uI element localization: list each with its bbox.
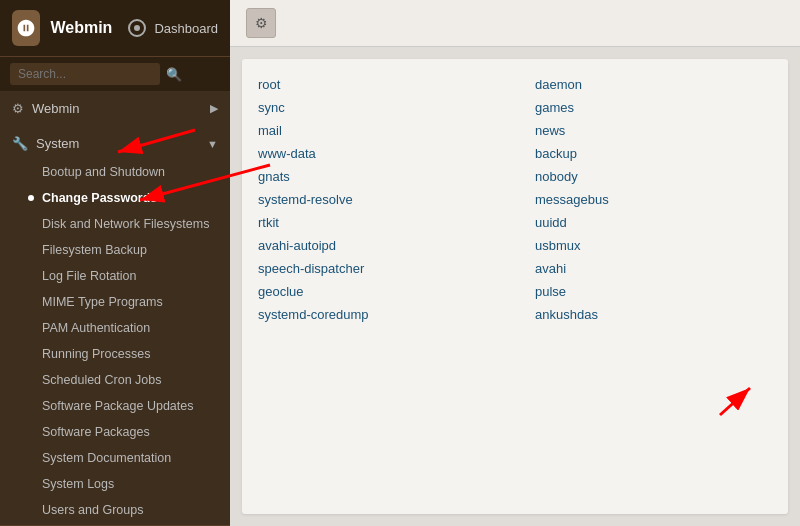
users-grid: rootdaemonsyncgamesmailnewswww-databacku…	[258, 75, 772, 324]
dot-empty	[28, 169, 34, 175]
main-content: ⚙ rootdaemonsyncgamesmailnewswww-databac…	[230, 0, 800, 526]
search-bar: 🔍	[0, 57, 230, 91]
system-section: 🔧 System ▼ Bootup and Shutdown Change Pa…	[0, 126, 230, 525]
sidebar-item-filesystem-label: Filesystem Backup	[42, 243, 147, 257]
dot-empty-13	[28, 507, 34, 513]
sidebar-item-log-label: Log File Rotation	[42, 269, 137, 283]
sidebar-item-running-label: Running Processes	[42, 347, 150, 361]
webmin-group-header[interactable]: ⚙ Webmin ▶	[0, 93, 230, 124]
user-link-col2[interactable]: news	[535, 121, 772, 140]
user-link-col1[interactable]: gnats	[258, 167, 495, 186]
sidebar-item-change-passwords[interactable]: Change Passwords	[0, 185, 230, 211]
sidebar-item-cron-label: Scheduled Cron Jobs	[42, 373, 162, 387]
user-link-col1[interactable]: rtkit	[258, 213, 495, 232]
sidebar-item-running-processes[interactable]: Running Processes	[0, 341, 230, 367]
user-link-col1[interactable]: sync	[258, 98, 495, 117]
main-toolbar: ⚙	[230, 0, 800, 47]
user-link-col2[interactable]: games	[535, 98, 772, 117]
user-link-col2[interactable]: messagebus	[535, 190, 772, 209]
user-link-col2[interactable]: backup	[535, 144, 772, 163]
system-group-label: System	[36, 136, 79, 151]
user-link-col1[interactable]: speech-dispatcher	[258, 259, 495, 278]
dot-empty-4	[28, 273, 34, 279]
sidebar-item-bootup-label: Bootup and Shutdown	[42, 165, 165, 179]
dot-empty-9	[28, 403, 34, 409]
sidebar-item-disk-label: Disk and Network Filesystems	[42, 217, 209, 231]
sidebar-item-system-docs-label: System Documentation	[42, 451, 171, 465]
sidebar-item-mime-label: MIME Type Programs	[42, 295, 163, 309]
dot-empty-2	[28, 221, 34, 227]
dot-empty-6	[28, 325, 34, 331]
sidebar-item-mime-type[interactable]: MIME Type Programs	[0, 289, 230, 315]
sidebar-item-software-updates-label: Software Package Updates	[42, 399, 193, 413]
user-link-col1[interactable]: root	[258, 75, 495, 94]
user-link-col1[interactable]: systemd-resolve	[258, 190, 495, 209]
system-group-icon: 🔧	[12, 136, 28, 151]
webmin-group-label: Webmin	[32, 101, 79, 116]
dashboard-tab[interactable]: Dashboard	[128, 19, 218, 37]
user-link-col1[interactable]: mail	[258, 121, 495, 140]
user-link-col2[interactable]: pulse	[535, 282, 772, 301]
dot-empty-5	[28, 299, 34, 305]
gear-icon: ⚙	[255, 15, 268, 31]
active-dot	[28, 195, 34, 201]
user-link-col2[interactable]: usbmux	[535, 236, 772, 255]
sidebar: Webmin Dashboard 🔍 ⚙ Webmin ▶ 🔧	[0, 0, 230, 526]
webmin-section: ⚙ Webmin ▶	[0, 91, 230, 126]
sidebar-item-software-updates[interactable]: Software Package Updates	[0, 393, 230, 419]
sidebar-item-pam-auth[interactable]: PAM Authentication	[0, 315, 230, 341]
search-icon: 🔍	[166, 67, 182, 82]
dot-empty-3	[28, 247, 34, 253]
sidebar-item-system-docs[interactable]: System Documentation	[0, 445, 230, 471]
sidebar-item-system-logs-label: System Logs	[42, 477, 114, 491]
user-link-col1[interactable]: systemd-coredump	[258, 305, 495, 324]
dashboard-icon	[128, 19, 146, 37]
sidebar-header: Webmin Dashboard	[0, 0, 230, 57]
user-link-col1[interactable]: www-data	[258, 144, 495, 163]
dot-empty-7	[28, 351, 34, 357]
sidebar-item-disk-filesystems[interactable]: Disk and Network Filesystems	[0, 211, 230, 237]
user-link-col2[interactable]: ankushdas	[535, 305, 772, 324]
user-link-col2[interactable]: uuidd	[535, 213, 772, 232]
user-link-col2[interactable]: avahi	[535, 259, 772, 278]
user-link-col2[interactable]: daemon	[535, 75, 772, 94]
user-link-col1[interactable]: avahi-autoipd	[258, 236, 495, 255]
sidebar-item-change-passwords-label: Change Passwords	[42, 191, 157, 205]
dot-empty-8	[28, 377, 34, 383]
gear-button[interactable]: ⚙	[246, 8, 276, 38]
webmin-arrow-icon: ▶	[210, 102, 218, 115]
system-group-header[interactable]: 🔧 System ▼	[0, 128, 230, 159]
sidebar-item-software-packages[interactable]: Software Packages	[0, 419, 230, 445]
content-area: rootdaemonsyncgamesmailnewswww-databacku…	[242, 59, 788, 514]
dot-empty-10	[28, 429, 34, 435]
sidebar-title: Webmin	[50, 19, 112, 37]
sidebar-item-users-groups[interactable]: Users and Groups	[0, 497, 230, 523]
sidebar-item-users-groups-label: Users and Groups	[42, 503, 143, 517]
user-link-col1[interactable]: geoclue	[258, 282, 495, 301]
sidebar-item-system-logs[interactable]: System Logs	[0, 471, 230, 497]
sidebar-item-pam-label: PAM Authentication	[42, 321, 150, 335]
user-link-col2[interactable]: nobody	[535, 167, 772, 186]
webmin-logo	[12, 10, 40, 46]
sidebar-item-cron-jobs[interactable]: Scheduled Cron Jobs	[0, 367, 230, 393]
sidebar-item-filesystem-backup[interactable]: Filesystem Backup	[0, 237, 230, 263]
dot-empty-12	[28, 481, 34, 487]
sidebar-item-log-file[interactable]: Log File Rotation	[0, 263, 230, 289]
system-arrow-icon: ▼	[207, 138, 218, 150]
dashboard-label: Dashboard	[154, 21, 218, 36]
search-input[interactable]	[10, 63, 160, 85]
webmin-group-icon: ⚙	[12, 101, 24, 116]
dot-empty-11	[28, 455, 34, 461]
sidebar-item-software-packages-label: Software Packages	[42, 425, 150, 439]
sidebar-item-bootup[interactable]: Bootup and Shutdown	[0, 159, 230, 185]
